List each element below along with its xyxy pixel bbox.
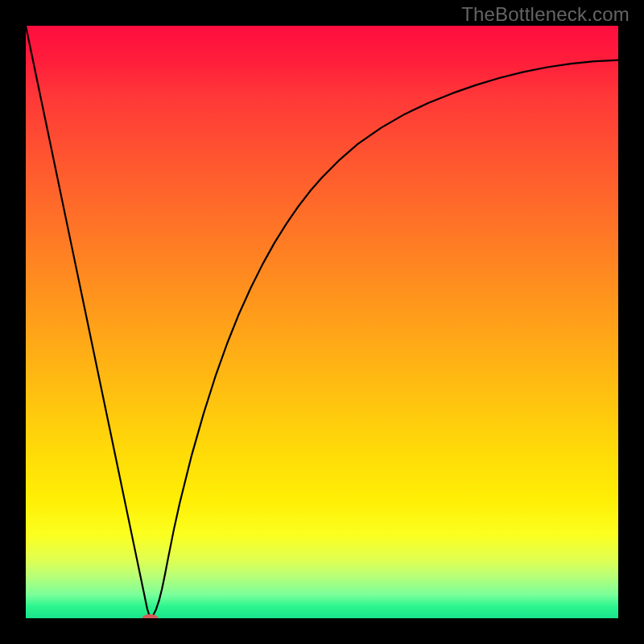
curve-marker bbox=[142, 614, 159, 618]
watermark-text: TheBottleneck.com bbox=[461, 3, 630, 26]
chart-frame: TheBottleneck.com bbox=[0, 0, 644, 644]
curve-line bbox=[26, 26, 618, 618]
plot-area bbox=[26, 26, 618, 618]
curve-svg bbox=[26, 26, 618, 618]
